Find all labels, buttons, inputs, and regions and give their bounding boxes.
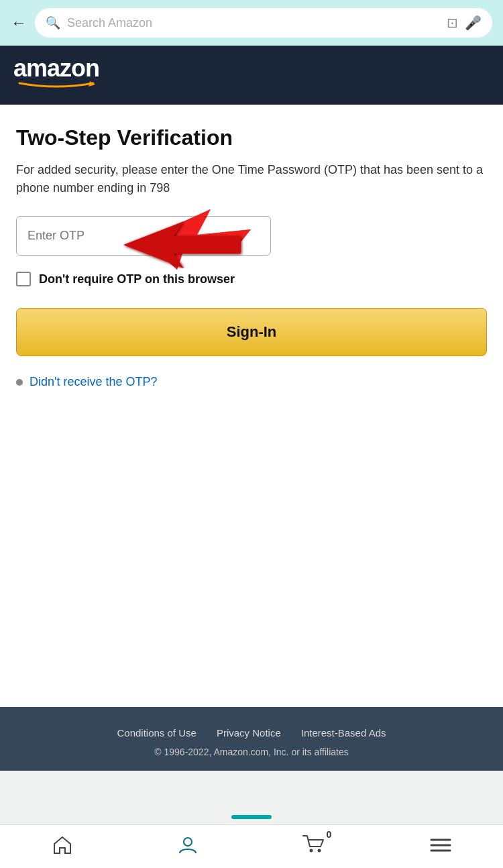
gap-area <box>0 771 503 824</box>
bullet-point <box>16 379 23 386</box>
copyright-text: © 1996-2022, Amazon.com, Inc. or its aff… <box>13 747 490 757</box>
resend-link[interactable]: Didn't receive the OTP? <box>30 375 158 389</box>
nav-account[interactable] <box>177 834 199 856</box>
browser-bar: ← 🔍 Search Amazon ⊡ 🎤 <box>0 0 503 46</box>
mic-icon[interactable]: 🎤 <box>465 15 482 31</box>
home-icon <box>52 834 73 856</box>
footer-links: Conditions of Use Privacy Notice Interes… <box>13 727 490 739</box>
cart-badge: 0 <box>302 833 326 857</box>
otp-remember-checkbox[interactable] <box>16 272 31 286</box>
svg-point-6 <box>318 849 321 853</box>
search-icon: 🔍 <box>46 15 60 30</box>
amazon-swoosh <box>16 76 99 94</box>
account-icon <box>177 834 199 856</box>
svg-point-4 <box>184 838 192 846</box>
search-placeholder-text: Search Amazon <box>67 16 440 30</box>
search-bar-container: 🔍 Search Amazon ⊡ 🎤 <box>35 8 492 38</box>
nav-cart[interactable]: 0 <box>302 833 326 857</box>
interest-based-ads-link[interactable]: Interest-Based Ads <box>301 727 386 739</box>
amazon-header: amazon <box>0 46 503 105</box>
cart-count: 0 <box>326 829 331 840</box>
conditions-of-use-link[interactable]: Conditions of Use <box>117 727 196 739</box>
privacy-notice-link[interactable]: Privacy Notice <box>217 727 281 739</box>
svg-point-5 <box>310 849 313 853</box>
page-title: Two-Step Verification <box>16 125 487 150</box>
scroll-indicator <box>231 815 272 819</box>
amazon-logo: amazon <box>13 56 99 94</box>
checkbox-row: Don't require OTP on this browser <box>16 272 487 286</box>
nav-home[interactable] <box>52 834 73 856</box>
back-button[interactable]: ← <box>11 13 27 32</box>
resend-row: Didn't receive the OTP? <box>16 375 487 389</box>
description-text: For added security, please enter the One… <box>16 161 487 197</box>
camera-icon[interactable]: ⊡ <box>447 15 458 31</box>
main-content: Two-Step Verification For added security… <box>0 105 503 707</box>
cart-icon <box>302 833 326 855</box>
footer: Conditions of Use Privacy Notice Interes… <box>0 707 503 771</box>
checkbox-label: Don't require OTP on this browser <box>39 272 235 286</box>
otp-input[interactable] <box>16 216 271 256</box>
bottom-nav: 0 <box>0 824 503 868</box>
nav-menu[interactable] <box>430 836 451 855</box>
svg-marker-0 <box>89 81 95 87</box>
signin-button[interactable]: Sign-In <box>16 308 487 356</box>
menu-icon <box>430 836 451 855</box>
otp-input-container <box>16 216 487 256</box>
